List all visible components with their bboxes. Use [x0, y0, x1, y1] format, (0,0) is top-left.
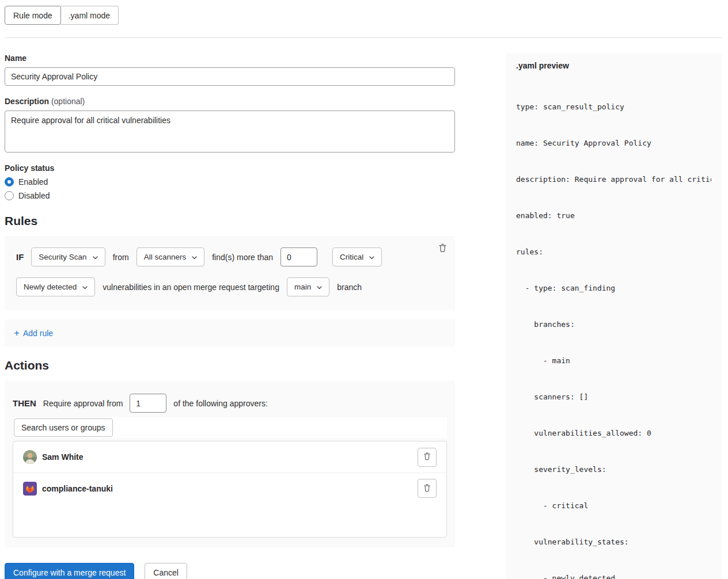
trash-icon [438, 243, 448, 254]
enabled-radio-label: Enabled [18, 177, 48, 186]
branch-value: main [294, 283, 311, 291]
rule-condition-row-1: IF Security Scan from All scanners find(… [16, 247, 446, 266]
status-option-disabled: Disabled [5, 191, 455, 200]
require-approval-label: Require approval from [43, 399, 123, 408]
yaml-line: enabled: true [516, 209, 711, 222]
if-label: IF [16, 252, 24, 262]
group-avatar [23, 482, 37, 496]
description-label-text: Description [5, 97, 49, 106]
name-input[interactable] [5, 67, 455, 86]
targeting-label: vulnerabilities in an open merge request… [103, 283, 279, 292]
trash-icon [423, 483, 431, 494]
then-label: THEN [13, 398, 36, 408]
yaml-line: - main [516, 355, 711, 367]
branch-dropdown[interactable]: main [287, 277, 329, 296]
user-avatar [23, 450, 37, 464]
approver-row: compliance-tanuki [13, 473, 446, 504]
add-rule-label: Add rule [23, 329, 53, 338]
search-users-groups-button[interactable]: Search users or groups [14, 418, 113, 437]
description-label: Description (optional) [5, 97, 455, 106]
from-label: from [113, 253, 129, 262]
chevron-down-icon [192, 253, 197, 261]
rule-condition-row-2: Newly detected vulnerabilities in an ope… [16, 277, 446, 296]
approver-name: Sam White [42, 452, 84, 462]
chevron-down-icon [369, 253, 374, 261]
form-footer: Configure with a merge request Cancel [5, 563, 455, 579]
vulnerability-state-dropdown[interactable]: Newly detected [16, 277, 95, 296]
remove-approver-button[interactable] [418, 448, 437, 467]
chevron-down-icon [82, 283, 88, 291]
header-divider [5, 37, 722, 38]
approvers-list: Sam White [13, 441, 447, 538]
policy-status-label: Policy status [5, 163, 455, 173]
plus-icon: + [14, 328, 20, 338]
configure-merge-request-button[interactable]: Configure with a merge request [5, 563, 134, 579]
following-approvers-label: of the following approvers: [173, 399, 267, 408]
approver-name: compliance-tanuki [42, 484, 113, 493]
add-rule-button[interactable]: + Add rule [14, 328, 53, 338]
description-textarea[interactable]: Require approval for all critical vulner… [5, 111, 455, 153]
yaml-line: scanners: [] [516, 391, 711, 403]
policy-form-column: Name Description (optional) Require appr… [5, 54, 455, 579]
chevron-down-icon [317, 283, 322, 291]
remove-approver-button[interactable] [418, 479, 437, 498]
description-optional-hint: (optional) [51, 97, 85, 106]
yaml-line: severity_levels: [516, 463, 711, 475]
action-card: THEN Require approval from of the follow… [5, 380, 455, 547]
delete-rule-button[interactable] [434, 241, 450, 257]
scan-type-value: Security Scan [39, 253, 86, 261]
yaml-line: branches: [516, 318, 711, 330]
name-label: Name [5, 54, 455, 63]
scanners-value: All scanners [144, 253, 187, 261]
scan-type-dropdown[interactable]: Security Scan [31, 247, 105, 266]
approver-row: Sam White [13, 441, 446, 473]
status-option-enabled: Enabled [5, 177, 455, 186]
tab-rule-mode[interactable]: Rule mode [5, 6, 61, 25]
vulnerabilities-allowed-input[interactable] [280, 247, 317, 266]
yaml-line: rules: [516, 246, 711, 258]
finds-more-than-label: find(s) more than [212, 253, 273, 262]
yaml-line: - type: scan_finding [516, 282, 711, 294]
chevron-down-icon [93, 253, 98, 261]
add-rule-strip: + Add rule [5, 319, 455, 346]
yaml-line: vulnerability_states: [516, 536, 711, 548]
actions-heading: Actions [5, 359, 455, 372]
scanners-dropdown[interactable]: All scanners [136, 247, 205, 266]
yaml-line: - critical [516, 500, 711, 512]
trash-icon [423, 452, 431, 462]
yaml-line: vulnerabilities_allowed: 0 [516, 427, 711, 439]
enabled-radio[interactable] [5, 177, 14, 186]
tab-yaml-mode[interactable]: .yaml mode [60, 6, 119, 25]
rules-heading: Rules [5, 214, 455, 228]
severity-dropdown[interactable]: Critical [332, 247, 382, 266]
yaml-line: name: Security Approval Policy [516, 137, 711, 149]
then-row: THEN Require approval from of the follow… [13, 394, 447, 413]
yaml-code-block: type: scan_result_policy name: Security … [516, 77, 711, 579]
yaml-line: - newly_detected [516, 572, 711, 579]
approver-search-row: Search users or groups [13, 417, 447, 438]
yaml-line: description: Require approval for all cr… [516, 173, 711, 185]
yaml-preview-title: .yaml preview [516, 61, 711, 70]
policy-editor-page: Rule mode .yaml mode Name Description (o… [0, 0, 728, 579]
branch-suffix-label: branch [337, 283, 362, 292]
disabled-radio-label: Disabled [18, 191, 50, 200]
approvals-required-input[interactable] [130, 394, 166, 413]
disabled-radio[interactable] [5, 191, 14, 200]
severity-value: Critical [340, 253, 363, 261]
yaml-preview-panel: .yaml preview type: scan_result_policy n… [506, 54, 722, 579]
vulnerability-state-value: Newly detected [24, 283, 77, 291]
rule-card: IF Security Scan from All scanners find(… [5, 236, 455, 310]
cancel-button[interactable]: Cancel [145, 563, 187, 579]
yaml-line: type: scan_result_policy [516, 101, 711, 113]
mode-tab-group: Rule mode .yaml mode [5, 6, 119, 25]
